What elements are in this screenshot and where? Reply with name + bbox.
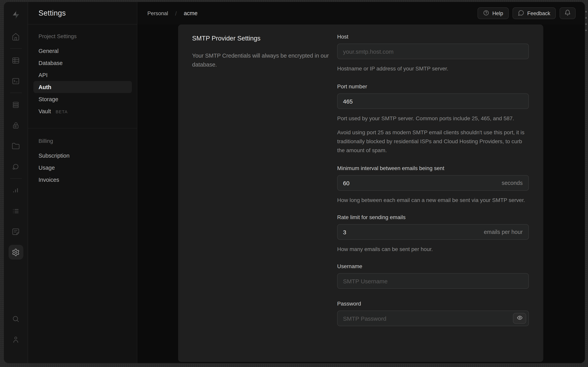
menu-item-general[interactable]: General: [28, 45, 137, 57]
smtp-settings-card: SMTP Provider Settings Your SMTP Credent…: [178, 25, 543, 362]
reports-icon[interactable]: [8, 183, 23, 198]
host-label: Host: [337, 33, 529, 40]
menu-item-vault[interactable]: Vault BETA: [28, 105, 137, 117]
bell-icon: [564, 9, 571, 17]
supabase-logo[interactable]: [8, 7, 23, 22]
breadcrumb: Personal / acme: [147, 10, 198, 17]
menu-item-subscription[interactable]: Subscription: [28, 150, 137, 161]
auth-icon[interactable]: [8, 118, 23, 133]
password-label: Password: [337, 300, 529, 307]
port-helper: Port used by your SMTP server. Common po…: [337, 114, 529, 123]
section-label-billing: Billing: [28, 138, 137, 146]
menu-item-invoices[interactable]: Invoices: [28, 174, 137, 186]
section-label-project-settings: Project Settings: [28, 33, 137, 41]
host-helper: Hostname or IP address of your SMTP serv…: [337, 64, 529, 73]
content-body: SMTP Provider Settings Your SMTP Credent…: [137, 25, 585, 363]
api-docs-icon[interactable]: [8, 224, 23, 239]
rail-divider: [10, 93, 22, 93]
content-area: Personal / acme Help Feedback: [137, 2, 585, 363]
menu-item-usage[interactable]: Usage: [28, 161, 137, 174]
help-circle-icon: [483, 9, 489, 17]
settings-menu: Settings Project Settings General Databa…: [28, 2, 137, 363]
smtp-card-description: Your SMTP Credentials will always be enc…: [192, 51, 329, 69]
menu-item-database[interactable]: Database: [28, 57, 137, 69]
port-label: Port number: [337, 83, 529, 90]
eye-icon: [517, 315, 523, 322]
interval-helper: How long between each email can a new em…: [337, 196, 529, 205]
rail-divider: [10, 48, 22, 49]
message-bubble-icon: [518, 9, 524, 17]
menu-item-storage[interactable]: Storage: [28, 93, 137, 105]
interval-label: Minimum interval between emails being se…: [337, 165, 529, 171]
settings-menu-header: Settings: [28, 2, 137, 25]
storage-icon[interactable]: [8, 139, 23, 153]
username-input[interactable]: [337, 273, 529, 289]
screen: Settings Project Settings General Databa…: [0, 0, 588, 367]
notifications-button[interactable]: [560, 7, 576, 19]
rate-limit-helper: How many emails can be sent per hour.: [337, 245, 529, 254]
smtp-card-intro: SMTP Provider Settings Your SMTP Credent…: [192, 35, 329, 69]
breadcrumb-separator: /: [175, 10, 177, 17]
menu-divider: [28, 128, 137, 128]
table-editor-icon[interactable]: [8, 53, 23, 68]
app-window: Settings Project Settings General Databa…: [4, 2, 585, 363]
reveal-password-button[interactable]: [513, 313, 526, 324]
smtp-card-title: SMTP Provider Settings: [192, 35, 329, 42]
top-header: Personal / acme Help Feedback: [137, 2, 585, 25]
frame-scroll-dots: [585, 11, 587, 36]
edge-functions-icon[interactable]: [8, 159, 23, 174]
rate-limit-input[interactable]: [337, 224, 529, 240]
beta-badge: BETA: [56, 108, 68, 114]
logs-icon[interactable]: [8, 204, 23, 218]
sidebar-rail: [4, 2, 28, 363]
rail-divider: [10, 178, 22, 179]
port-input[interactable]: [337, 93, 529, 109]
home-icon[interactable]: [8, 29, 23, 44]
password-input[interactable]: [337, 311, 529, 326]
search-icon[interactable]: [8, 311, 23, 326]
database-icon[interactable]: [8, 97, 23, 112]
feedback-button[interactable]: Feedback: [512, 7, 556, 19]
settings-icon[interactable]: [8, 245, 23, 259]
page-title: Settings: [39, 9, 66, 17]
smtp-form: Host Hostname or IP address of your SMTP…: [337, 33, 529, 331]
host-input[interactable]: [337, 44, 529, 59]
breadcrumb-org[interactable]: Personal: [147, 10, 168, 16]
header-actions: Help Feedback: [478, 7, 576, 19]
breadcrumb-project[interactable]: acme: [184, 10, 198, 16]
user-icon[interactable]: [8, 332, 23, 347]
interval-input[interactable]: [337, 175, 529, 191]
help-button[interactable]: Help: [478, 7, 509, 19]
menu-item-api[interactable]: API: [28, 69, 137, 81]
rate-limit-label: Rate limit for sending emails: [337, 214, 529, 220]
sql-editor-icon[interactable]: [8, 74, 23, 88]
username-label: Username: [337, 263, 529, 269]
port-note: Avoid using port 25 as modern SMTP email…: [337, 128, 529, 155]
menu-item-auth[interactable]: Auth: [33, 81, 132, 93]
